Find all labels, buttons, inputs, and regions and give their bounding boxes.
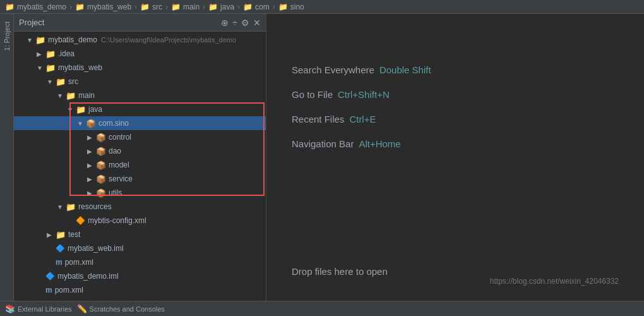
tree-item-model[interactable]: 📦 model (14, 158, 266, 172)
folder-icon: 📁 (56, 77, 66, 87)
tree-arrow (87, 190, 96, 197)
url-text: https://blog.csdn.net/weixin_42046332 (292, 277, 619, 286)
tree-label: model (109, 161, 129, 169)
pom-file-icon: m (45, 286, 52, 295)
bc-mybatis-web[interactable]: 📁 mybatis_web (75, 3, 131, 11)
tree-label: mybatis_demo (48, 35, 97, 44)
shortcut-navigation-bar: Navigation Bar Alt+Home (292, 138, 619, 149)
external-libraries-icon: 📚 (5, 304, 15, 313)
status-ext-lib-label: External Libraries (18, 305, 72, 313)
tree-item-pom-demo[interactable]: m pom.xml (14, 283, 266, 297)
panel-header: Project ⊕ ÷ ⚙ ✕ (14, 14, 266, 32)
tree-item-test[interactable]: 📁 test (14, 228, 266, 241)
bc-mybatis-demo[interactable]: 📁 mybatis_demo (5, 3, 66, 11)
bc-sino[interactable]: 📁 sino (278, 3, 304, 11)
shortcut-key: Double Shift (379, 64, 431, 75)
pom-file-icon: m (56, 258, 63, 267)
tree-arrow (37, 64, 45, 71)
tree-label: com.sino (98, 119, 129, 128)
title-breadcrumb: 📁 mybatis_demo › 📁 mybatis_web › 📁 src ›… (0, 0, 644, 14)
folder-icon: 📁 (66, 91, 76, 100)
folder-icon: 📁 (171, 3, 181, 11)
tree-arrow (67, 106, 76, 113)
folder-icon: 📁 (66, 202, 76, 212)
folder-icon: 📁 (140, 3, 150, 11)
tree-arrow (37, 51, 45, 58)
file-tree: 📁 mybatis_demo C:\Users\wangf\IdeaProjec… (14, 32, 266, 301)
tree-item-java[interactable]: 📁 java (14, 102, 266, 116)
bc-main[interactable]: 📁 main (171, 3, 200, 11)
tree-label: mybatis_web (58, 63, 102, 72)
shortcut-label: Search Everywhere (292, 64, 374, 75)
shortcut-key: Ctrl+E (349, 114, 376, 125)
tree-label: src (68, 77, 78, 86)
status-scratches[interactable]: ✏️ Scratches and Consoles (77, 304, 165, 313)
tree-label: .idea (58, 49, 75, 58)
tree-arrow (47, 78, 56, 85)
tree-arrow (87, 134, 96, 141)
drop-zone: Drop files here to open https://blog.csd… (292, 260, 619, 288)
sidebar-strip: 1: Project (0, 14, 14, 301)
panel-icon-gear[interactable]: ⚙ (241, 18, 249, 28)
xml-file-icon: 🔶 (76, 216, 85, 225)
main-content: 1: Project Project ⊕ ÷ ⚙ ✕ 📁 mybatis_dem… (0, 14, 644, 301)
package-icon: 📦 (96, 147, 106, 156)
folder-icon: 📁 (75, 3, 85, 11)
tree-arrow (87, 176, 96, 183)
iml-file-icon: 🔷 (56, 244, 65, 253)
bc-java[interactable]: 📁 java (208, 3, 234, 11)
tree-sublabel: C:\Users\wangf\IdeaProjects\mybatis_demo (101, 36, 236, 44)
package-icon: 📦 (86, 119, 96, 128)
source-folder-icon: 📁 (76, 105, 86, 114)
tree-item-utils[interactable]: 📦 utils (14, 186, 266, 200)
folder-icon: 📁 (35, 35, 45, 45)
tree-item-mybatis-demo-iml[interactable]: 🔷 mybatis_demo.iml (14, 269, 266, 283)
scratches-icon: ✏️ (77, 304, 87, 313)
panel-icon-plus[interactable]: ⊕ (221, 18, 229, 28)
shortcut-key: Alt+Home (359, 138, 400, 149)
tree-arrow (47, 231, 56, 238)
tree-item-mybatis-demo[interactable]: 📁 mybatis_demo C:\Users\wangf\IdeaProjec… (14, 33, 266, 47)
panel-icon-split[interactable]: ÷ (232, 18, 237, 28)
status-scratches-label: Scratches and Consoles (90, 305, 165, 313)
status-bar: 📚 External Libraries ✏️ Scratches and Co… (0, 301, 644, 316)
tree-arrow (57, 92, 66, 99)
shortcut-go-to-file: Go to File Ctrl+Shift+N (292, 89, 619, 100)
tree-item-service[interactable]: 📦 service (14, 172, 266, 186)
folder-icon: 📁 (208, 3, 218, 11)
drop-text: Drop files here to open (292, 266, 619, 277)
tree-label: mybatis_demo.iml (57, 272, 119, 281)
tree-item-mybatis-web[interactable]: 📁 mybatis_web (14, 61, 266, 75)
tree-item-com-sino[interactable]: 📦 com.sino (14, 116, 266, 130)
tree-label: test (68, 230, 80, 239)
tree-label: pom.xml (65, 258, 93, 267)
shortcuts-list: Search Everywhere Double Shift Go to Fil… (292, 64, 619, 149)
folder-icon: 📁 (5, 3, 15, 11)
tree-label: mybtis-config.xml (88, 216, 146, 225)
tree-item-mybtis-config[interactable]: 🔶 mybtis-config.xml (14, 214, 266, 228)
tree-item-dao[interactable]: 📦 dao (14, 144, 266, 158)
bc-com[interactable]: 📁 com (243, 3, 270, 11)
tree-item-pom-web[interactable]: m pom.xml (14, 255, 266, 269)
tree-arrow (87, 148, 96, 155)
tree-item-mybatis-web-iml[interactable]: 🔷 mybatis_web.iml (14, 241, 266, 255)
shortcut-recent-files: Recent Files Ctrl+E (292, 114, 619, 125)
tree-label: dao (109, 147, 121, 155)
tree-label: main (78, 91, 95, 100)
tree-item-idea[interactable]: 📁 .idea (14, 47, 266, 61)
tree-item-src[interactable]: 📁 src (14, 75, 266, 88)
tree-item-resources[interactable]: 📁 resources (14, 200, 266, 214)
red-box-area: 📁 java 📦 com.sino (14, 102, 266, 200)
tree-label: java (88, 105, 102, 114)
folder-icon: 📁 (45, 49, 56, 59)
status-external-libraries[interactable]: 📚 External Libraries (5, 304, 72, 313)
shortcut-label: Go to File (292, 89, 333, 100)
bc-src[interactable]: 📁 src (140, 3, 162, 11)
tree-arrow (27, 37, 35, 44)
panel-icon-close[interactable]: ✕ (253, 18, 261, 28)
tree-item-control[interactable]: 📦 control (14, 130, 266, 144)
sidebar-label: 1: Project (3, 21, 11, 51)
tree-arrow (57, 204, 66, 210)
package-icon: 📦 (96, 174, 106, 184)
tree-item-main[interactable]: 📁 main (14, 88, 266, 102)
